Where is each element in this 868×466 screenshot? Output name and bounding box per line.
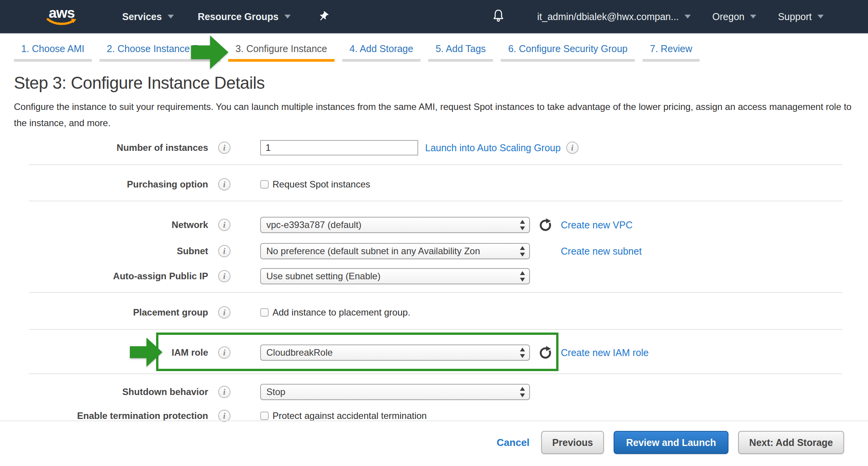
info-icon[interactable] [218, 386, 230, 398]
region-menu[interactable]: Oregon [712, 11, 756, 22]
tab-add-storage[interactable]: 4. Add Storage [342, 39, 421, 62]
aws-smile-icon [46, 18, 77, 27]
subnet-label: Subnet [0, 246, 208, 257]
subnet-select[interactable]: No preference (default subnet in any Ava… [260, 243, 530, 259]
wizard-tabs: 1. Choose AMI 2. Choose Instance Type 3.… [14, 39, 707, 62]
info-icon[interactable] [218, 178, 230, 191]
refresh-icon [538, 218, 552, 232]
cancel-link[interactable]: Cancel [497, 437, 530, 449]
info-icon[interactable] [218, 142, 230, 154]
info-icon[interactable] [218, 306, 230, 319]
placement-group-checkbox[interactable] [260, 308, 269, 317]
termination-protection-label: Enable termination protection [0, 410, 208, 421]
info-icon[interactable] [566, 142, 579, 154]
tab-review[interactable]: 7. Review [643, 39, 700, 62]
tab-add-tags[interactable]: 5. Add Tags [428, 39, 493, 62]
divider [29, 373, 842, 374]
account-menu[interactable]: it_admin/dbialek@hwx.compan... [537, 11, 691, 22]
iam-role-select[interactable]: CloudbreakRole [260, 344, 530, 361]
page-title: Step 3: Configure Instance Details [14, 73, 265, 93]
info-icon[interactable] [218, 346, 230, 359]
request-spot-instances-label: Request Spot instances [273, 179, 370, 190]
row-number-of-instances: Number of instances Launch into Auto Sca… [0, 140, 579, 156]
select-updown-arrows-icon [520, 220, 525, 230]
tab-configure-instance[interactable]: 3. Configure Instance [228, 39, 335, 62]
tab-choose-ami[interactable]: 1. Choose AMI [14, 39, 92, 62]
support-label: Support [778, 11, 812, 22]
page-description: Configure the instance to suit your requ… [14, 99, 856, 131]
request-spot-instances-checkbox[interactable] [260, 180, 269, 189]
placement-group-label: Placement group [0, 307, 208, 318]
info-icon[interactable] [218, 270, 230, 282]
placement-group-checkbox-label: Add instance to placement group. [273, 307, 410, 318]
select-updown-arrows-icon [520, 271, 525, 282]
aws-logo[interactable]: aws [45, 7, 78, 27]
shutdown-behavior-select[interactable]: Stop [260, 384, 530, 400]
review-and-launch-button[interactable]: Review and Launch [614, 431, 728, 454]
purchasing-option-label: Purchasing option [0, 179, 208, 190]
row-placement-group: Placement group Add instance to placemen… [0, 304, 410, 321]
divider [29, 292, 842, 293]
pinned-shortcuts-button[interactable] [318, 11, 329, 22]
divider [29, 329, 842, 330]
support-menu[interactable]: Support [778, 11, 824, 22]
previous-button[interactable]: Previous [541, 431, 604, 454]
row-iam-role: IAM role CloudbreakRole Create new IAM r… [0, 344, 649, 361]
chevron-down-icon [284, 15, 291, 19]
auto-assign-public-ip-select[interactable]: Use subnet setting (Enable) [260, 268, 530, 284]
chevron-down-icon [750, 15, 756, 19]
network-label: Network [0, 219, 208, 230]
footer-divider [0, 420, 868, 421]
row-network: Network vpc-e393a787 (default) Create ne… [0, 217, 632, 233]
iam-role-label: IAM role [0, 347, 208, 358]
refresh-vpc-list-button[interactable] [538, 218, 552, 232]
select-updown-arrows-icon [520, 387, 525, 397]
resource-groups-label: Resource Groups [198, 11, 279, 22]
tab-configure-security-group[interactable]: 6. Configure Security Group [501, 39, 635, 62]
next-add-storage-button[interactable]: Next: Add Storage [738, 431, 844, 454]
termination-protection-checkbox[interactable] [260, 412, 269, 420]
number-of-instances-label: Number of instances [0, 142, 208, 153]
refresh-iam-roles-button[interactable] [538, 346, 552, 360]
chevron-down-icon [168, 15, 174, 19]
services-label: Services [122, 11, 162, 22]
divider [29, 201, 842, 201]
create-new-vpc-link[interactable]: Create new VPC [561, 219, 632, 231]
create-new-subnet-link[interactable]: Create new subnet [561, 246, 642, 257]
select-updown-arrows-icon [520, 348, 525, 358]
region-label: Oregon [712, 11, 744, 22]
create-new-iam-role-link[interactable]: Create new IAM role [561, 347, 649, 358]
bell-icon [492, 8, 505, 25]
auto-assign-public-ip-label: Auto-assign Public IP [0, 271, 208, 282]
chevron-down-icon [818, 15, 824, 19]
shutdown-behavior-label: Shutdown behavior [0, 387, 208, 397]
launch-into-auto-scaling-group-link[interactable]: Launch into Auto Scaling Group [425, 142, 561, 154]
services-menu[interactable]: Services [122, 11, 174, 22]
row-shutdown-behavior: Shutdown behavior Stop [0, 384, 530, 400]
green-arrow-icon [130, 335, 163, 370]
pushpin-icon [315, 8, 331, 25]
number-of-instances-input[interactable] [260, 140, 418, 155]
notifications-button[interactable] [492, 8, 505, 25]
chevron-down-icon [685, 15, 691, 19]
refresh-icon [538, 346, 552, 360]
wizard-footer: Cancel Previous Review and Launch Next: … [497, 431, 844, 454]
select-updown-arrows-icon [520, 246, 525, 257]
info-icon[interactable] [218, 219, 230, 231]
divider [29, 164, 842, 165]
top-navbar: aws Services Resource Groups it_admin/db… [0, 0, 868, 33]
row-termination-protection: Enable termination protection Protect ag… [0, 408, 427, 424]
network-select[interactable]: vpc-e393a787 (default) [260, 217, 530, 233]
resource-groups-menu[interactable]: Resource Groups [198, 11, 291, 22]
termination-protection-checkbox-label: Protect against accidental termination [273, 410, 427, 421]
account-label: it_admin/dbialek@hwx.compan... [537, 11, 679, 22]
green-arrow-icon [191, 33, 229, 71]
aws-logo-text: aws [49, 7, 75, 20]
row-auto-assign-public-ip: Auto-assign Public IP Use subnet setting… [0, 268, 530, 284]
info-icon[interactable] [218, 245, 230, 257]
row-purchasing-option: Purchasing option Request Spot instances [0, 176, 370, 192]
row-subnet: Subnet No preference (default subnet in … [0, 243, 642, 259]
